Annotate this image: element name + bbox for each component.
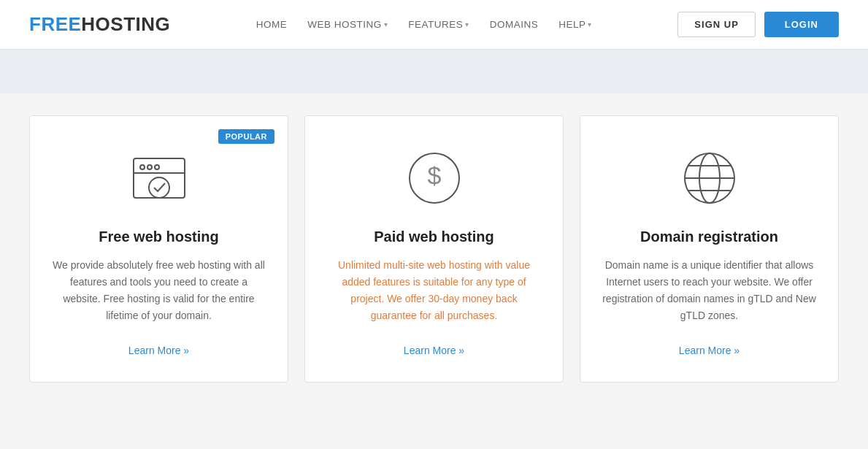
card-free-web-hosting: POPULAR Free web hosting We provide <box>29 115 288 383</box>
svg-point-3 <box>155 165 159 169</box>
signup-button[interactable]: SIGN UP <box>677 12 755 37</box>
cards-container: POPULAR Free web hosting We provide <box>29 115 839 383</box>
chevron-down-icon: ▾ <box>465 20 469 28</box>
card-domain-registration: Domain registration Domain name is a uni… <box>580 115 839 383</box>
card-desc-domain: Domain name is a unique identifier that … <box>602 257 816 324</box>
main-nav: HOME WEB HOSTING ▾ FEATURES ▾ DOMAINS HE… <box>256 19 592 30</box>
header: FREEHOSTING HOME WEB HOSTING ▾ FEATURES … <box>0 0 868 50</box>
dollar-circle-icon: $ <box>402 145 467 211</box>
card-title-paid: Paid web hosting <box>374 229 493 245</box>
card-title-domain: Domain registration <box>640 229 778 245</box>
chevron-down-icon: ▾ <box>384 20 388 28</box>
popular-badge: POPULAR <box>218 129 274 144</box>
logo-hosting: HOSTING <box>81 13 170 35</box>
nav-item-features[interactable]: FEATURES ▾ <box>408 19 469 30</box>
card-title-free: Free web hosting <box>99 229 218 245</box>
nav-item-home[interactable]: HOME <box>256 19 288 30</box>
card-desc-free: We provide absolutely free web hosting w… <box>52 257 266 324</box>
login-button[interactable]: LOGIN <box>764 12 839 37</box>
hero-bar <box>0 50 868 93</box>
logo[interactable]: FREEHOSTING <box>29 13 170 36</box>
svg-point-1 <box>140 165 145 169</box>
svg-text:$: $ <box>427 161 441 189</box>
nav-item-help[interactable]: HELP ▾ <box>558 19 592 30</box>
learn-more-domain[interactable]: Learn More » <box>679 345 740 356</box>
svg-point-5 <box>149 177 169 198</box>
globe-icon <box>677 145 742 211</box>
logo-free: FREE <box>29 13 81 35</box>
svg-point-2 <box>147 165 152 169</box>
learn-more-free[interactable]: Learn More » <box>128 345 189 356</box>
chevron-down-icon: ▾ <box>588 20 592 28</box>
main-content: POPULAR Free web hosting We provide <box>0 93 868 426</box>
nav-item-domains[interactable]: DOMAINS <box>490 19 539 30</box>
nav-item-web-hosting[interactable]: WEB HOSTING ▾ <box>307 19 388 30</box>
learn-more-paid[interactable]: Learn More » <box>404 345 464 356</box>
card-desc-paid: Unlimited multi-site web hosting with va… <box>327 257 541 324</box>
card-paid-web-hosting: $ Paid web hosting Unlimited multi-site … <box>304 115 564 383</box>
header-actions: SIGN UP LOGIN <box>677 12 839 37</box>
browser-check-icon <box>126 145 192 211</box>
